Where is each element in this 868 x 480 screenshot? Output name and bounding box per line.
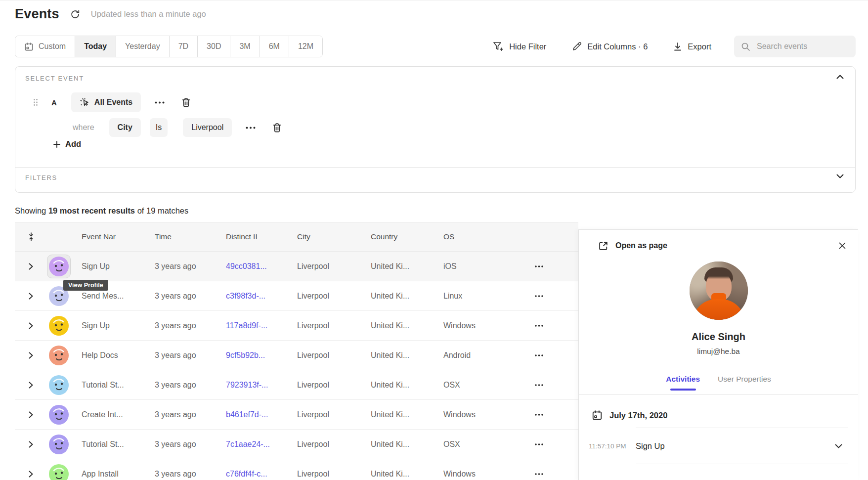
chevron-right-icon: [29, 441, 33, 448]
row-more-options-button[interactable]: [532, 441, 546, 448]
activity-event-row[interactable]: Sign Up: [636, 428, 848, 464]
calendar-icon: [592, 410, 603, 421]
ellipsis-icon: [535, 325, 543, 327]
row-more-options-button[interactable]: [532, 352, 546, 359]
refresh-button[interactable]: [68, 7, 82, 21]
column-event-name[interactable]: Event Nar: [82, 232, 155, 241]
trash-icon: [181, 97, 191, 107]
cell-distinct-id-link[interactable]: 7c1aae24-...: [226, 440, 297, 449]
chevron-right-icon: [29, 322, 33, 329]
cell-os: Linux: [443, 292, 526, 301]
filter-more-options-button[interactable]: [244, 125, 258, 131]
avatar-face-icon: [49, 464, 69, 480]
date-tab[interactable]: 12M: [289, 36, 322, 57]
cell-city: Liverpool: [297, 410, 371, 419]
expand-row-button[interactable]: [27, 469, 35, 480]
row-more-options-button[interactable]: [532, 471, 546, 478]
profile-panel: Open as page Alice Singh limuj@he.ba Act…: [578, 229, 858, 480]
cell-distinct-id-link[interactable]: 9cf5b92b...: [226, 351, 297, 360]
expand-row-button[interactable]: [27, 380, 35, 391]
collapse-section-button[interactable]: [835, 73, 845, 81]
activity-date: July 17th, 2020: [609, 411, 667, 420]
property-chip[interactable]: City: [109, 118, 141, 137]
cell-city: Liverpool: [297, 381, 371, 390]
column-os[interactable]: OS: [443, 232, 526, 241]
date-tab[interactable]: 3M: [230, 36, 260, 57]
cell-distinct-id-link[interactable]: c76fdf4f-c...: [226, 470, 297, 479]
search-events-input[interactable]: [756, 42, 849, 51]
event-more-options-button[interactable]: [153, 99, 167, 106]
expand-row-button[interactable]: [27, 350, 35, 361]
cell-os: Android: [443, 351, 526, 360]
user-avatar[interactable]: [47, 403, 71, 427]
cell-country: United Ki...: [371, 292, 443, 301]
expand-row-button[interactable]: [27, 439, 35, 450]
table-row[interactable]: Help Docs 3 years ago 9cf5b92b... Liverp…: [15, 341, 578, 370]
ellipsis-icon: [155, 101, 165, 104]
cell-distinct-id-link[interactable]: b461ef7d-...: [226, 410, 297, 419]
profile-tab[interactable]: Activities: [665, 375, 701, 394]
cell-time: 3 years ago: [155, 470, 226, 479]
export-button[interactable]: Export: [670, 42, 714, 52]
hide-filter-button[interactable]: Hide Filter: [490, 41, 549, 52]
expand-row-button[interactable]: [27, 291, 35, 302]
column-time[interactable]: Time: [155, 232, 226, 241]
cell-event-name: App Install: [82, 470, 155, 479]
collapse-rows-icon[interactable]: [27, 231, 36, 242]
open-as-page-button[interactable]: Open as page: [595, 240, 670, 252]
cell-distinct-id-link[interactable]: 117a8d9f-...: [226, 321, 297, 330]
row-more-options-button[interactable]: [532, 411, 546, 418]
date-tab[interactable]: 6M: [260, 36, 289, 57]
activity-date-row: July 17th, 2020: [592, 410, 858, 421]
close-panel-button[interactable]: [836, 240, 848, 252]
ellipsis-icon: [246, 127, 256, 129]
operator-chip[interactable]: Is: [150, 118, 168, 137]
event-clause-row: A All Events: [33, 92, 192, 112]
row-more-options-button[interactable]: [532, 263, 546, 270]
column-city[interactable]: City: [297, 232, 371, 241]
user-avatar[interactable]: [47, 462, 71, 480]
date-tab[interactable]: 30D: [198, 36, 230, 57]
date-tab[interactable]: Yesterday: [116, 36, 170, 57]
table-row[interactable]: Create Int... 3 years ago b461ef7d-... L…: [15, 400, 578, 430]
user-avatar[interactable]: [47, 314, 71, 338]
column-country[interactable]: Country: [371, 232, 443, 241]
column-distinct-id[interactable]: Distinct II: [226, 232, 297, 241]
table-row[interactable]: Sign Up 3 years ago 49cc0381... Liverpoo…: [15, 252, 578, 281]
row-more-options-button[interactable]: [532, 382, 546, 389]
cell-event-name: Send Mes...: [82, 292, 155, 301]
edit-columns-button[interactable]: Edit Columns · 6: [569, 41, 651, 52]
expand-filters-button[interactable]: [835, 173, 845, 180]
expand-row-button[interactable]: [27, 320, 35, 331]
user-avatar[interactable]: [47, 373, 71, 397]
user-avatar[interactable]: [47, 433, 71, 456]
date-tab[interactable]: Custom: [15, 36, 75, 57]
cell-distinct-id-link[interactable]: 7923913f-...: [226, 381, 297, 390]
drag-handle-icon[interactable]: [33, 98, 38, 106]
cell-distinct-id-link[interactable]: c3f98f3d-...: [226, 292, 297, 301]
row-more-options-button[interactable]: [532, 293, 546, 300]
expand-row-button[interactable]: [27, 261, 35, 272]
event-selector-chip[interactable]: All Events: [71, 92, 141, 112]
profile-tab[interactable]: User Properties: [717, 375, 772, 394]
table-row[interactable]: App Install 3 years ago c76fdf4f-c... Li…: [15, 459, 578, 480]
delete-event-button[interactable]: [180, 96, 192, 109]
delete-filter-button[interactable]: [271, 121, 283, 134]
value-chip[interactable]: Liverpool: [183, 118, 232, 137]
expand-row-button[interactable]: [27, 409, 35, 420]
cell-distinct-id-link[interactable]: 49cc0381...: [226, 262, 297, 271]
row-more-options-button[interactable]: [532, 322, 546, 329]
cell-time: 3 years ago: [155, 381, 226, 390]
cell-event-name: Tutorial St...: [82, 381, 155, 390]
table-row[interactable]: Tutorial St... 3 years ago 7c1aae24-... …: [15, 430, 578, 459]
date-tab[interactable]: Today: [75, 36, 116, 57]
profile-photo: [690, 262, 748, 320]
user-avatar[interactable]: [47, 255, 71, 278]
where-label: where: [73, 123, 94, 132]
table-row[interactable]: Tutorial St... 3 years ago 7923913f-... …: [15, 370, 578, 400]
table-row[interactable]: Sign Up 3 years ago 117a8d9f-... Liverpo…: [15, 311, 578, 341]
date-tab[interactable]: 7D: [170, 36, 198, 57]
user-avatar[interactable]: [47, 344, 71, 367]
add-event-button[interactable]: Add: [50, 139, 84, 149]
close-icon: [838, 242, 846, 250]
